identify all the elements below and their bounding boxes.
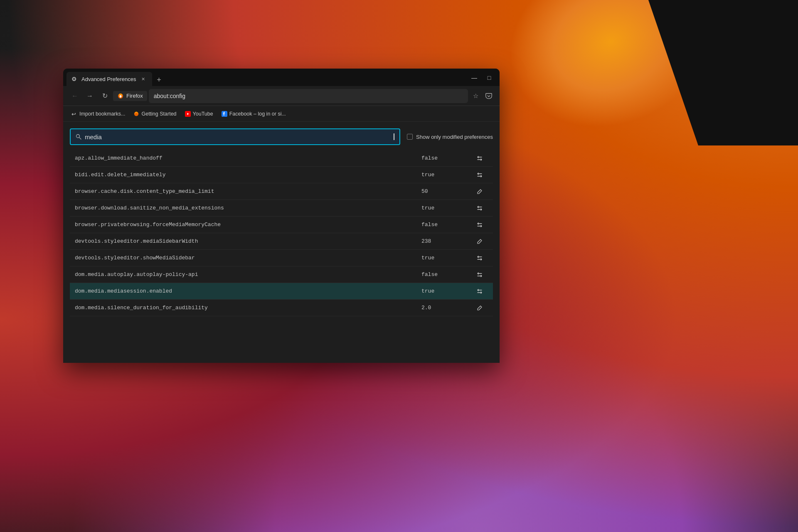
- pref-row[interactable]: devtools.styleeditor.showMediaSidebartru…: [70, 250, 493, 266]
- cursor: [394, 133, 394, 140]
- pref-row[interactable]: apz.allow_immediate_handofffalse: [70, 150, 493, 167]
- bookmark-facebook-label: Facebook – log in or si...: [229, 111, 286, 117]
- pref-value: false: [421, 271, 471, 278]
- pref-name: apz.allow_immediate_handoff: [75, 155, 421, 161]
- pref-row[interactable]: devtools.styleeditor.mediaSidebarWidth23…: [70, 233, 493, 250]
- pref-action: [471, 302, 488, 314]
- tab-close-button[interactable]: ✕: [140, 75, 147, 83]
- active-tab[interactable]: ⚙ Advanced Preferences ✕: [66, 72, 152, 86]
- back-button[interactable]: ←: [68, 89, 81, 103]
- show-modified-row: Show only modified preferences: [407, 134, 493, 140]
- address-text: about:config: [154, 93, 463, 99]
- pref-action: [471, 286, 488, 297]
- edit-button[interactable]: [474, 302, 485, 314]
- pref-action: [471, 269, 488, 281]
- pref-action: [471, 219, 488, 231]
- new-tab-button[interactable]: +: [153, 74, 165, 86]
- show-modified-label: Show only modified preferences: [416, 134, 493, 140]
- bookmark-youtube-label: YouTube: [193, 111, 213, 117]
- search-icon: [76, 134, 81, 140]
- pref-value: true: [421, 205, 471, 211]
- pref-row[interactable]: dom.media.autoplay.autoplay-policy-apifa…: [70, 266, 493, 283]
- bookmarks-bar: ↩ Import bookmarks... Getting Started Yo…: [63, 106, 500, 122]
- content-area: media Show only modified preferences apz…: [63, 122, 500, 363]
- pref-row[interactable]: dom.media.silence_duration_for_audibilit…: [70, 300, 493, 316]
- pocket-icon: [485, 92, 493, 100]
- pref-value: 238: [421, 238, 471, 244]
- pref-value: true: [421, 288, 471, 294]
- getting-started-icon: [133, 111, 139, 117]
- pref-name: browser.download.sanitize_non_media_exte…: [75, 205, 421, 211]
- edit-button[interactable]: [474, 236, 485, 247]
- pref-value: 2.0: [421, 305, 471, 311]
- bookmark-getting-started-label: Getting Started: [141, 111, 176, 117]
- pref-action: [471, 186, 488, 197]
- pref-name: devtools.styleeditor.showMediaSidebar: [75, 255, 421, 261]
- bookmark-import-label: Import bookmarks...: [79, 111, 125, 117]
- show-modified-checkbox[interactable]: [407, 134, 413, 140]
- toggle-button[interactable]: [474, 252, 485, 264]
- forward-button[interactable]: →: [83, 89, 96, 103]
- pref-name: dom.media.mediasession.enabled: [75, 288, 421, 294]
- address-bar[interactable]: about:config: [149, 89, 468, 103]
- bookmark-facebook[interactable]: Facebook – log in or si...: [218, 109, 289, 118]
- pref-name: bidi.edit.delete_immediately: [75, 172, 421, 178]
- search-input[interactable]: media: [85, 133, 390, 140]
- pref-name: browser.privatebrowsing.forceMediaMemory…: [75, 222, 421, 228]
- toggle-button[interactable]: [474, 219, 485, 231]
- svg-rect-3: [222, 111, 227, 117]
- pref-row[interactable]: browser.cache.disk.content_type_media_li…: [70, 183, 493, 200]
- pref-name: dom.media.autoplay.autoplay-policy-api: [75, 271, 421, 278]
- pref-row[interactable]: browser.download.sanitize_non_media_exte…: [70, 200, 493, 217]
- search-box[interactable]: media: [70, 128, 400, 145]
- bookmark-youtube[interactable]: YouTube: [182, 109, 217, 118]
- firefox-badge: Firefox: [113, 91, 147, 101]
- facebook-icon: [222, 111, 227, 117]
- toggle-button[interactable]: [474, 169, 485, 181]
- pref-value: true: [421, 172, 471, 178]
- toggle-button[interactable]: [474, 202, 485, 214]
- toggle-button[interactable]: [474, 153, 485, 164]
- preferences-table: apz.allow_immediate_handofffalsebidi.edi…: [70, 150, 493, 316]
- toggle-button[interactable]: [474, 286, 485, 297]
- tab-title: Advanced Preferences: [81, 76, 136, 82]
- pref-value: false: [421, 155, 471, 161]
- pref-name: browser.cache.disk.content_type_media_li…: [75, 188, 421, 195]
- toggle-button[interactable]: [474, 269, 485, 281]
- pref-row[interactable]: bidi.edit.delete_immediatelytrue: [70, 167, 493, 183]
- pref-value: false: [421, 222, 471, 228]
- pocket-button[interactable]: [483, 90, 495, 102]
- bookmark-star-button[interactable]: ☆: [470, 90, 481, 102]
- firefox-label: Firefox: [126, 93, 143, 99]
- pref-row[interactable]: dom.media.mediasession.enabledtrue: [70, 283, 493, 300]
- minimize-button[interactable]: —: [467, 72, 481, 84]
- svg-point-4: [76, 135, 80, 138]
- reload-button[interactable]: ↻: [98, 89, 111, 103]
- pref-action: [471, 236, 488, 247]
- pref-value: true: [421, 255, 471, 261]
- import-icon: ↩: [71, 111, 77, 117]
- bookmark-import[interactable]: ↩ Import bookmarks...: [68, 109, 128, 118]
- tab-bar: ⚙ Advanced Preferences ✕ + — □: [63, 69, 500, 86]
- pref-action: [471, 202, 488, 214]
- pref-name: devtools.styleeditor.mediaSidebarWidth: [75, 238, 421, 244]
- window-controls: — □: [467, 72, 496, 86]
- pref-name: dom.media.silence_duration_for_audibilit…: [75, 305, 421, 311]
- bookmark-getting-started[interactable]: Getting Started: [130, 109, 180, 118]
- pref-action: [471, 169, 488, 181]
- pref-row[interactable]: browser.privatebrowsing.forceMediaMemory…: [70, 217, 493, 233]
- browser-window: ⚙ Advanced Preferences ✕ + — □ ← → ↻ Fir…: [63, 69, 500, 363]
- pref-action: [471, 153, 488, 164]
- search-row: media Show only modified preferences: [70, 128, 493, 145]
- tab-icon: ⚙: [71, 76, 78, 82]
- firefox-icon: [117, 93, 124, 99]
- pref-action: [471, 252, 488, 264]
- edit-button[interactable]: [474, 186, 485, 197]
- svg-line-5: [79, 138, 81, 139]
- pref-value: 50: [421, 188, 471, 195]
- youtube-icon: [185, 111, 191, 117]
- nav-bar: ← → ↻ Firefox about:config ☆: [63, 86, 500, 106]
- maximize-button[interactable]: □: [482, 72, 496, 84]
